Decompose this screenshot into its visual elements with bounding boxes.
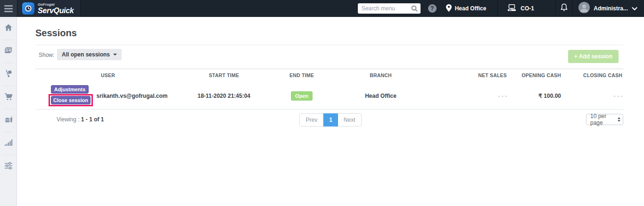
chevron-down-icon: [632, 4, 637, 13]
user-menu[interactable]: Administra...: [573, 0, 644, 17]
title-divider: [35, 45, 623, 45]
column-closing-cash: CLOSING CASH: [573, 69, 623, 83]
table-row: Adjustments Close session srikanth.vs@go…: [35, 83, 623, 109]
session-branch-cell: Head Office: [330, 83, 431, 109]
bell-icon: [560, 3, 568, 14]
settings-icon: [4, 162, 13, 172]
sidebar-item-home[interactable]: [0, 17, 17, 40]
help-icon[interactable]: ?: [428, 4, 437, 13]
spinner-arrows-icon: [618, 117, 620, 122]
column-start-time: START TIME: [174, 69, 273, 83]
column-branch: BRANCH: [330, 69, 431, 83]
table-header-row: USER START TIME END TIME BRANCH NET SALE…: [35, 69, 623, 83]
caret-down-icon: [113, 54, 117, 55]
session-end-time-cell: Open: [273, 83, 330, 109]
sidebar-item-food-menu[interactable]: [0, 109, 17, 132]
column-net-sales: NET SALES: [431, 69, 521, 83]
sessions-table: USER START TIME END TIME BRANCH NET SALE…: [35, 69, 623, 110]
hamburger-menu-icon[interactable]: [0, 0, 17, 17]
pagination: Prev 1 Next: [17, 113, 644, 127]
add-session-button[interactable]: + Add session: [568, 50, 619, 63]
session-actions-cell: Adjustments Close session: [35, 83, 90, 109]
sidebar-item-reports[interactable]: [0, 132, 17, 155]
notifications-button[interactable]: [556, 0, 573, 17]
terminal-label: CO-1: [520, 5, 534, 12]
sidebar-item-billing[interactable]: [0, 40, 17, 63]
brand-name: GoFrugal ServQuick: [38, 3, 74, 15]
column-end-time: END TIME: [273, 69, 330, 83]
highlight-box: Close session: [49, 94, 93, 106]
current-page-button[interactable]: 1: [323, 113, 338, 127]
pos-terminal-icon: [507, 4, 516, 13]
branch-selector[interactable]: Head Office: [446, 0, 498, 17]
top-bar: GoFrugal ServQuick ? Head Office CO-1 Ad…: [0, 0, 644, 17]
avatar: [578, 2, 590, 15]
adjustments-button[interactable]: Adjustments: [51, 85, 89, 94]
per-page-value: 10 per page: [590, 113, 618, 126]
sidebar: [0, 17, 17, 206]
user-name-label: Administra...: [594, 5, 628, 12]
main-content: Sessions Show: All open sessions + Add s…: [17, 17, 644, 206]
search-icon[interactable]: [411, 5, 418, 14]
session-user-cell: srikanth.vs@gofrugal.com: [90, 83, 174, 109]
per-page-select[interactable]: 10 per page: [586, 114, 623, 125]
branch-label: Head Office: [455, 5, 487, 12]
session-filter-value: All open sessions: [62, 51, 110, 58]
sidebar-item-delivery[interactable]: [0, 63, 17, 86]
sidebar-item-settings[interactable]: [0, 155, 17, 178]
food-menu-icon: [4, 116, 13, 126]
column-opening-cash: OPENING CASH: [521, 69, 573, 83]
delivery-icon: [4, 69, 13, 79]
session-net-sales-cell: - - -: [431, 83, 521, 109]
servquick-app-icon: [22, 2, 34, 15]
column-user: USER: [90, 69, 174, 83]
billing-icon: [4, 47, 13, 56]
search-box: [358, 3, 421, 14]
brand-logo[interactable]: GoFrugal ServQuick: [17, 0, 81, 17]
terminal-selector[interactable]: CO-1: [497, 0, 556, 17]
prev-page-button[interactable]: Prev: [299, 113, 323, 127]
session-opening-cash-cell: ₹ 100.00: [521, 83, 573, 109]
next-page-button[interactable]: Next: [338, 113, 362, 127]
reports-icon: [4, 139, 13, 148]
session-start-time-cell: 18-11-2020 21:45:04: [174, 83, 273, 109]
location-pin-icon: [446, 4, 452, 13]
home-icon: [4, 24, 13, 33]
column-actions: [35, 69, 90, 83]
page-title: Sessions: [35, 28, 77, 39]
cart-icon: [4, 93, 13, 103]
close-session-button[interactable]: Close session: [51, 96, 91, 104]
session-filter-dropdown[interactable]: All open sessions: [57, 49, 122, 60]
open-status-badge: Open: [291, 91, 313, 101]
show-label: Show:: [39, 52, 54, 58]
sidebar-item-cart[interactable]: [0, 86, 17, 109]
session-closing-cash-cell: - - -: [573, 83, 623, 109]
